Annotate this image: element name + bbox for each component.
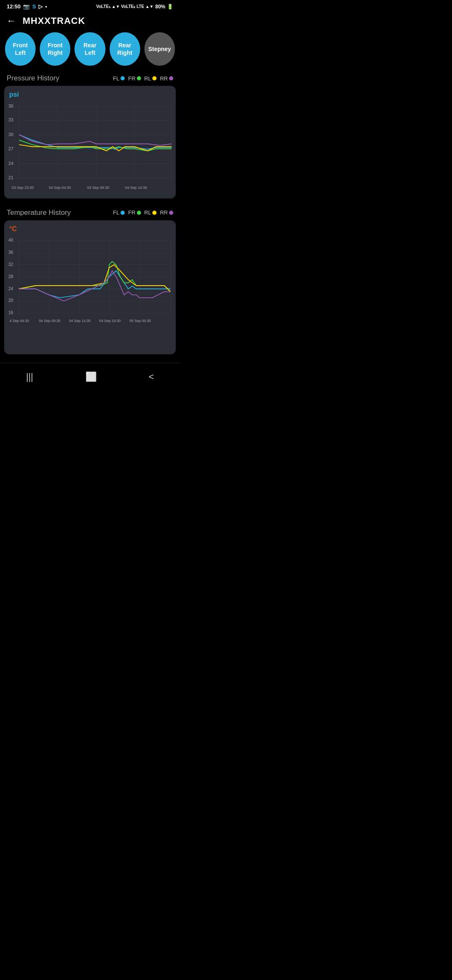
pressure-unit: psi [8, 91, 172, 98]
tire-button-fl[interactable]: FrontLeft [5, 32, 36, 66]
play-icon: ▷ [39, 3, 43, 10]
svg-text:28: 28 [8, 273, 13, 279]
tire-buttons-container: FrontLeft FrontRight RearLeft RearRight … [0, 32, 180, 72]
bottom-nav: ||| ⬜ < [0, 363, 180, 388]
svg-text:20: 20 [8, 298, 13, 303]
temperature-title: Temperature History [7, 209, 71, 217]
battery-icon: 🔋 [167, 4, 173, 10]
rl-label: RL [144, 75, 152, 82]
rl-dot [152, 76, 157, 80]
pressure-line-rr [19, 135, 172, 146]
rr-label: RR [160, 75, 168, 82]
temp-rr-label: RR [160, 209, 168, 216]
time: 12:50 [7, 3, 21, 10]
temperature-chart-wrapper: 40 36 32 28 24 20 16 [8, 235, 172, 351]
pressure-legend: FL FR RL RR [113, 75, 173, 82]
pressure-legend-rl: RL [144, 75, 157, 82]
svg-text:4 Sep 04:30: 4 Sep 04:30 [10, 319, 29, 323]
status-bar: 12:50 📷 S ▷ • VoLTE₁ ▲▼ VoLTE₂ LTE ▲▼ 80… [0, 0, 180, 11]
pressure-legend-fl: FL [113, 75, 125, 82]
tire-button-fr[interactable]: FrontRight [40, 32, 70, 66]
svg-text:24: 24 [8, 286, 13, 291]
svg-text:04 Sep 14:30: 04 Sep 14:30 [69, 319, 91, 323]
nav-menu-button[interactable]: ||| [18, 370, 41, 384]
temperature-section-header: Temperature History FL FR RL RR [0, 207, 180, 220]
temp-legend-rl: RL [144, 209, 157, 216]
temp-fl-dot [121, 211, 125, 215]
temp-rl-dot [152, 211, 157, 215]
s-icon: S [32, 3, 36, 10]
svg-text:05 Sep 00:30: 05 Sep 00:30 [129, 319, 151, 323]
fl-label: FL [113, 75, 119, 82]
temp-rr-dot [169, 211, 173, 215]
tire-button-rr[interactable]: RearRight [110, 32, 140, 66]
fr-dot [137, 76, 141, 80]
temp-legend-fr: FR [128, 209, 141, 216]
status-right: VoLTE₁ ▲▼ VoLTE₂ LTE ▲▼ 80% 🔋 [96, 4, 173, 10]
temperature-unit: °C [8, 225, 172, 233]
svg-text:04 Sep 04:30: 04 Sep 04:30 [49, 186, 71, 190]
svg-text:21: 21 [8, 175, 13, 180]
svg-text:03 Sep 23:30: 03 Sep 23:30 [12, 186, 34, 190]
svg-text:04 Sep 19:30: 04 Sep 19:30 [99, 319, 121, 323]
pressure-legend-rr: RR [160, 75, 173, 82]
fr-label: FR [128, 75, 135, 82]
header: ← MHXXTRACK [0, 11, 180, 32]
dot-icon: • [45, 3, 47, 10]
battery: 80% [155, 4, 165, 10]
status-left: 12:50 📷 S ▷ • [7, 3, 47, 10]
tire-button-rl[interactable]: RearLeft [74, 32, 105, 66]
pressure-title: Pressure History [7, 74, 59, 83]
temperature-chart-container: °C 40 36 32 28 24 20 16 [4, 220, 176, 355]
temperature-chart-svg: 40 36 32 28 24 20 16 [8, 235, 172, 351]
temp-fr-label: FR [128, 209, 135, 216]
svg-text:04 Sep 09:30: 04 Sep 09:30 [39, 319, 61, 323]
rr-dot [169, 76, 173, 80]
temp-line-fl [19, 271, 170, 297]
svg-text:04 Sep 09:30: 04 Sep 09:30 [87, 186, 109, 190]
tire-button-stepney[interactable]: Stepney [144, 32, 175, 66]
svg-text:16: 16 [8, 310, 13, 315]
temp-fr-dot [137, 211, 141, 215]
pressure-section-header: Pressure History FL FR RL RR [0, 72, 180, 86]
temp-legend-rr: RR [160, 209, 173, 216]
pressure-legend-fr: FR [128, 75, 141, 82]
temperature-legend: FL FR RL RR [113, 209, 173, 216]
page-title: MHXXTRACK [23, 15, 85, 26]
camera-icon: 📷 [23, 3, 30, 10]
svg-text:30: 30 [8, 132, 13, 137]
temp-rl-label: RL [144, 209, 152, 216]
temp-fl-label: FL [113, 209, 119, 216]
temp-legend-fl: FL [113, 209, 125, 216]
network-icons: VoLTE₁ ▲▼ VoLTE₂ LTE ▲▼ [96, 4, 154, 9]
svg-text:04 Sep 14:30: 04 Sep 14:30 [125, 186, 147, 190]
svg-text:36: 36 [8, 103, 13, 108]
svg-text:27: 27 [8, 146, 13, 151]
nav-back-button[interactable]: < [140, 370, 162, 384]
svg-text:24: 24 [8, 161, 13, 166]
pressure-chart-svg: 36 33 30 27 24 21 [8, 100, 172, 195]
nav-home-button[interactable]: ⬜ [77, 370, 105, 384]
back-button[interactable]: ← [7, 15, 16, 26]
svg-text:40: 40 [8, 237, 13, 242]
svg-text:33: 33 [8, 117, 13, 122]
fl-dot [121, 76, 125, 80]
svg-text:32: 32 [8, 262, 13, 267]
pressure-chart-container: psi 36 33 30 27 24 21 [4, 86, 176, 199]
svg-text:36: 36 [8, 250, 13, 255]
pressure-chart-wrapper: 36 33 30 27 24 21 [8, 100, 172, 195]
